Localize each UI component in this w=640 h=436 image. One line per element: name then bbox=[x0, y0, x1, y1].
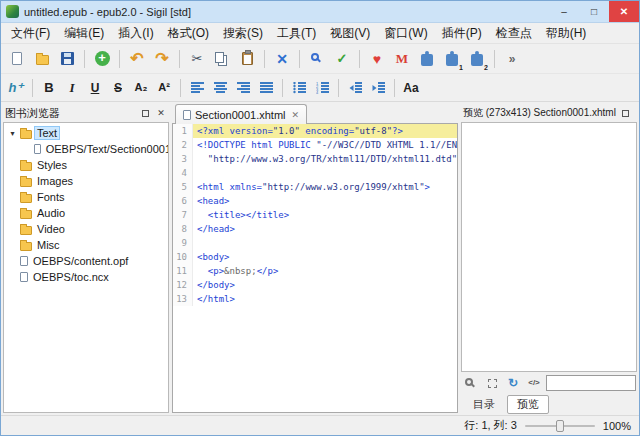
float-preview-button[interactable] bbox=[620, 107, 632, 119]
align-right-button[interactable] bbox=[232, 77, 254, 99]
maximize-button[interactable]: □ bbox=[579, 1, 609, 22]
tree-item-video[interactable]: Video bbox=[4, 221, 168, 237]
toolbar-main: +↶↷✂✕✓♥M12» bbox=[1, 44, 639, 74]
bullet-list-button[interactable] bbox=[288, 77, 310, 99]
align-left-button[interactable] bbox=[186, 77, 208, 99]
code-line[interactable]: 11 <p>&nbsp;</p> bbox=[173, 264, 457, 278]
tree-item-fonts[interactable]: Fonts bbox=[4, 189, 168, 205]
code-line[interactable]: 2<!DOCTYPE html PUBLIC "-//W3C//DTD XHTM… bbox=[173, 138, 457, 152]
menu-checkpoint[interactable]: 检查点 bbox=[489, 23, 539, 43]
paste-button[interactable] bbox=[235, 47, 259, 71]
code-line[interactable]: 10<body> bbox=[173, 250, 457, 264]
redo-button[interactable]: ↷ bbox=[150, 47, 174, 71]
strikethrough-button[interactable]: S bbox=[107, 77, 129, 99]
spellcheck-button[interactable]: ✓ bbox=[330, 47, 354, 71]
toolbar-separator bbox=[264, 50, 265, 68]
letter-m-button[interactable]: M bbox=[390, 47, 414, 71]
open-folder-button[interactable] bbox=[30, 47, 54, 71]
menu-tools[interactable]: 工具(T) bbox=[270, 23, 323, 43]
save-button[interactable] bbox=[55, 47, 79, 71]
heading-button[interactable]: h⁺ bbox=[5, 77, 27, 99]
preview-inspect-button[interactable] bbox=[462, 374, 480, 392]
statusbar: 行: 1, 列: 3 100% bbox=[1, 415, 639, 435]
close-preview-button[interactable]: ✕ bbox=[636, 107, 637, 119]
code-line[interactable]: 13</html> bbox=[173, 292, 457, 306]
expander-icon[interactable]: ▾ bbox=[8, 129, 17, 138]
preview-refresh-button[interactable]: ↻ bbox=[504, 374, 522, 392]
zoom-slider[interactable] bbox=[525, 419, 595, 433]
code-line[interactable]: 1<?xml version="1.0" encoding="utf-8"?> bbox=[173, 124, 457, 138]
svg-text:4: 4 bbox=[316, 89, 319, 94]
editor-tab-label: Section0001.xhtml bbox=[195, 109, 286, 121]
tree-item-oebps-toc-ncx[interactable]: OEBPS/toc.ncx bbox=[4, 269, 168, 285]
new-file-button[interactable] bbox=[5, 47, 29, 71]
delete-button[interactable]: ✕ bbox=[270, 47, 294, 71]
tree-item-oebps-content-opf[interactable]: OEBPS/content.opf bbox=[4, 253, 168, 269]
bold-button[interactable]: B bbox=[38, 77, 60, 99]
copy-button[interactable] bbox=[210, 47, 234, 71]
outdent-button[interactable] bbox=[344, 77, 366, 99]
toolbar-separator bbox=[179, 50, 180, 68]
superscript-button[interactable]: A² bbox=[153, 77, 175, 99]
tree-item-oebps-text-section0001-xhtml[interactable]: OEBPS/Text/Section0001.xhtml bbox=[4, 141, 168, 157]
menu-view[interactable]: 视图(V) bbox=[323, 23, 377, 43]
code-line[interactable]: 3 "http://www.w3.org/TR/xhtml11/DTD/xhtm… bbox=[173, 152, 457, 166]
code-line[interactable]: 7 <title></title> bbox=[173, 208, 457, 222]
change-case-button[interactable]: Aa bbox=[400, 77, 422, 99]
zoom-level: 100% bbox=[603, 420, 631, 432]
page-icon bbox=[20, 256, 28, 266]
close-panel-button[interactable]: ✕ bbox=[155, 107, 167, 119]
code-line[interactable]: 8</head> bbox=[173, 222, 457, 236]
bottom-tab-preview[interactable]: 预览 bbox=[507, 395, 549, 414]
menu-insert[interactable]: 插入(I) bbox=[111, 23, 160, 43]
overflow-button[interactable]: » bbox=[500, 47, 524, 71]
menu-window[interactable]: 窗口(W) bbox=[377, 23, 434, 43]
preview-search-input[interactable] bbox=[546, 375, 636, 391]
find-replace-button[interactable] bbox=[305, 47, 329, 71]
editor-tab[interactable]: Section0001.xhtml ✕ bbox=[175, 104, 307, 124]
plugin-2-button[interactable]: 2 bbox=[465, 47, 489, 71]
ordered-list-button[interactable]: 1234 bbox=[311, 77, 333, 99]
subscript-button[interactable]: A₂ bbox=[130, 77, 152, 99]
code-line[interactable]: 4 bbox=[173, 166, 457, 180]
donate-heart-button[interactable]: ♥ bbox=[365, 47, 389, 71]
preview-select-button[interactable] bbox=[483, 374, 501, 392]
menu-format[interactable]: 格式(O) bbox=[161, 23, 216, 43]
undo-button[interactable]: ↶ bbox=[125, 47, 149, 71]
float-panel-button[interactable] bbox=[139, 107, 151, 119]
code-editor[interactable]: 1<?xml version="1.0" encoding="utf-8"?>2… bbox=[172, 123, 458, 413]
minimize-button[interactable]: – bbox=[549, 1, 579, 22]
align-justify-button[interactable] bbox=[255, 77, 277, 99]
add-existing-button[interactable]: + bbox=[90, 47, 114, 71]
plugin-1-button[interactable]: 1 bbox=[440, 47, 464, 71]
line-number: 2 bbox=[173, 138, 193, 152]
menu-help[interactable]: 帮助(H) bbox=[539, 23, 594, 43]
plugin-button[interactable] bbox=[415, 47, 439, 71]
menu-file[interactable]: 文件(F) bbox=[4, 23, 57, 43]
code-line[interactable]: 9 bbox=[173, 236, 457, 250]
menu-edit[interactable]: 编辑(E) bbox=[57, 23, 111, 43]
tree-item-misc[interactable]: Misc bbox=[4, 237, 168, 253]
close-button[interactable]: ✕ bbox=[609, 1, 639, 22]
code-line[interactable]: 5<html xmlns="http://www.w3.org/1999/xht… bbox=[173, 180, 457, 194]
menu-search[interactable]: 搜索(S) bbox=[216, 23, 270, 43]
zoom-slider-thumb[interactable] bbox=[556, 420, 564, 432]
tree-item-text[interactable]: ▾ Text bbox=[4, 125, 168, 141]
menu-plugins[interactable]: 插件(P) bbox=[435, 23, 489, 43]
tree-item-audio[interactable]: Audio bbox=[4, 205, 168, 221]
cut-button[interactable]: ✂ bbox=[185, 47, 209, 71]
code-line[interactable]: 6<head> bbox=[173, 194, 457, 208]
editor-area: Section0001.xhtml ✕ 1<?xml version="1.0"… bbox=[172, 104, 458, 413]
bottom-tab-toc[interactable]: 目录 bbox=[463, 395, 505, 414]
tree-item-images[interactable]: Images bbox=[4, 173, 168, 189]
italic-button[interactable]: I bbox=[61, 77, 83, 99]
align-center-button[interactable] bbox=[209, 77, 231, 99]
tree-item-label: Video bbox=[35, 223, 67, 235]
tree-item-label: Styles bbox=[35, 159, 69, 171]
tab-close-icon[interactable]: ✕ bbox=[292, 110, 300, 120]
code-line[interactable]: 12</body> bbox=[173, 278, 457, 292]
underline-button[interactable]: U bbox=[84, 77, 106, 99]
indent-button[interactable] bbox=[367, 77, 389, 99]
tree-item-styles[interactable]: Styles bbox=[4, 157, 168, 173]
preview-source-button[interactable]: </> bbox=[525, 374, 543, 392]
